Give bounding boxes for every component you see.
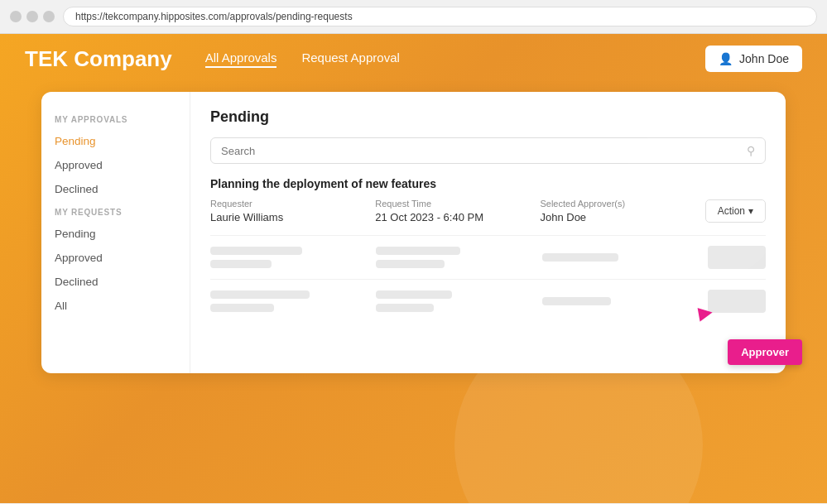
logo: TEK Company [25,46,172,72]
skeleton-block [542,253,618,262]
browser-chrome: https://tekcompany.hipposites.com/approv… [0,0,827,34]
approver-col: Selected Approver(s) John Doe [540,199,704,223]
skeleton-col-5 [376,290,528,312]
nav-request-approval[interactable]: Request Approval [301,50,399,68]
main-content: MY APPROVALS Pending Approved Declined M… [0,84,827,382]
skeleton-block [210,260,272,268]
skeleton-block [210,290,310,299]
skeleton-row-2 [210,279,766,323]
approver-badge[interactable]: Approver [728,339,802,365]
search-icon: ⚲ [747,144,755,157]
user-name: John Doe [739,52,789,65]
selected-approver-label: Selected Approver(s) [540,199,704,209]
sidebar-item-pending-approvals[interactable]: Pending [41,129,190,153]
skeleton-col-6 [542,297,695,305]
main-card: MY APPROVALS Pending Approved Declined M… [41,92,786,373]
content-title: Pending [210,108,766,126]
skeleton-col-2 [376,247,528,268]
app-background: TEK Company All Approvals Request Approv… [0,34,827,503]
browser-refresh[interactable] [43,11,55,22]
selected-approver-value: John Doe [540,211,704,223]
chevron-down-icon: ▾ [748,205,753,217]
browser-forward[interactable] [26,11,38,22]
sidebar: MY APPROVALS Pending Approved Declined M… [41,92,190,373]
sidebar-item-approved-requests[interactable]: Approved [41,246,190,270]
approval-meta: Requester Laurie Williams Request Time 2… [210,199,766,223]
skeleton-col-1 [210,247,363,268]
request-time-col: Request Time 21 Oct 2023 - 6:40 PM [375,199,540,223]
action-button[interactable]: Action ▾ [705,199,766,223]
skeleton-block [376,290,452,299]
content-area: Pending ⚲ Planning the deployment of new… [190,92,786,373]
search-input[interactable] [221,145,747,157]
browser-controls [10,11,55,22]
skeleton-btn-2 [708,290,766,313]
requester-value: Laurie Williams [210,211,375,223]
skeleton-block [376,247,459,255]
skeleton-row-1 [210,235,766,279]
browser-back[interactable] [10,11,22,22]
skeleton-block [210,304,274,312]
sidebar-item-approved-approvals[interactable]: Approved [41,153,190,177]
skeleton-block [376,304,434,312]
requester-col: Requester Laurie Williams [210,199,375,223]
request-time-label: Request Time [375,199,540,209]
action-label: Action [718,205,745,217]
nav: All Approvals Request Approval [205,50,705,68]
header: TEK Company All Approvals Request Approv… [0,34,827,84]
skeleton-col-3 [542,253,695,262]
skeleton-col-4 [210,290,363,312]
search-bar: ⚲ [210,137,766,164]
user-button[interactable]: 👤 John Doe [705,46,802,72]
requester-label: Requester [210,199,375,209]
sidebar-item-declined-requests[interactable]: Declined [41,270,190,294]
skeleton-block [542,297,611,305]
request-time-value: 21 Oct 2023 - 6:40 PM [375,211,540,223]
user-icon: 👤 [719,52,733,65]
skeleton-btn-1 [708,246,766,269]
my-requests-label: MY REQUESTS [41,208,190,217]
approval-item: Planning the deployment of new features … [210,177,766,223]
skeleton-block [376,260,445,268]
my-approvals-label: MY APPROVALS [41,115,190,124]
approval-title: Planning the deployment of new features [210,177,766,190]
sidebar-item-declined-approvals[interactable]: Declined [41,177,190,201]
address-bar[interactable]: https://tekcompany.hipposites.com/approv… [63,7,817,26]
skeleton-block [210,247,302,255]
nav-all-approvals[interactable]: All Approvals [205,50,277,68]
sidebar-item-all-requests[interactable]: All [41,294,190,318]
sidebar-item-pending-requests[interactable]: Pending [41,222,190,246]
